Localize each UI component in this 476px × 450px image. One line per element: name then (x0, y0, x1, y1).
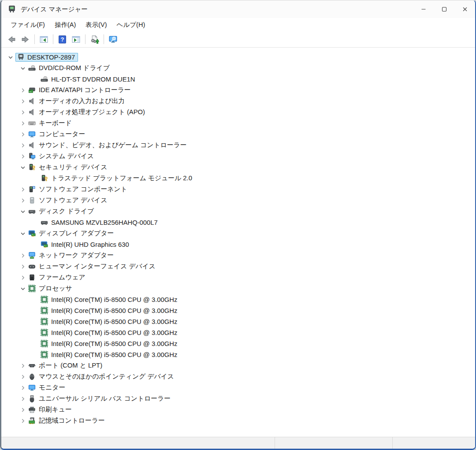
tree-item[interactable]: ヒューマン インターフェイス デバイス (1, 261, 475, 272)
tree-item[interactable]: モニター (1, 382, 475, 393)
chevron-down-icon[interactable] (19, 164, 27, 171)
tree-item[interactable]: キーボード (1, 118, 475, 129)
tree-item[interactable]: ポート (COM と LPT) (1, 360, 475, 371)
maximize-icon (442, 7, 447, 12)
tree-item[interactable]: Intel(R) Core(TM) i5-8500 CPU @ 3.00GHz (1, 294, 475, 305)
status-segment (393, 437, 475, 449)
tree-item[interactable]: 印刷キュー (1, 404, 475, 415)
firmware-icon (28, 274, 36, 282)
tree-item[interactable]: Intel(R) Core(TM) i5-8500 CPU @ 3.00GHz (1, 316, 475, 327)
minimize-button[interactable] (413, 0, 434, 18)
tree-item-label: Intel(R) Core(TM) i5-8500 CPU @ 3.00GHz (51, 340, 178, 348)
chevron-down-icon[interactable] (19, 208, 27, 215)
tree-item[interactable]: Intel(R) Core(TM) i5-8500 CPU @ 3.00GHz (1, 338, 475, 349)
tree-item[interactable]: ソフトウェア デバイス (1, 195, 475, 206)
tree-item[interactable]: 記憶域コントローラー (1, 415, 475, 426)
tree-item[interactable]: DVD/CD-ROM ドライブ (1, 63, 475, 74)
menu-item-help[interactable]: ヘルプ(H) (112, 19, 150, 31)
console-tree-icon (39, 35, 48, 44)
tree-item[interactable]: セキュリティ デバイス (1, 162, 475, 173)
chevron-right-icon[interactable] (19, 373, 27, 380)
tree-item-label: Intel(R) Core(TM) i5-8500 CPU @ 3.00GHz (51, 318, 178, 326)
chevron-right-icon[interactable] (19, 142, 27, 149)
tree-item-label: ソフトウェア コンポーネント (39, 185, 129, 194)
chevron-down-icon[interactable] (19, 65, 27, 72)
chevron-right-icon[interactable] (19, 186, 27, 193)
update-driver-button[interactable] (88, 33, 101, 45)
chevron-right-icon[interactable] (19, 98, 27, 105)
menu-item-file[interactable]: ファイル(F) (6, 19, 50, 31)
tree-item-label: Intel(R) Core(TM) i5-8500 CPU @ 3.00GHz (51, 351, 178, 359)
tree-item[interactable]: SAMSUNG MZVLB256HAHQ-000L7 (1, 217, 475, 228)
chevron-right-icon[interactable] (19, 87, 27, 94)
tree-item[interactable]: Intel(R) UHD Graphics 630 (1, 239, 475, 250)
close-button[interactable] (454, 0, 475, 18)
show-hide-action-pane-button[interactable] (69, 33, 83, 45)
tree-item[interactable]: Intel(R) Core(TM) i5-8500 CPU @ 3.00GHz (1, 327, 475, 338)
help-button[interactable]: ? (56, 33, 69, 45)
tree-item[interactable]: ソフトウェア コンポーネント (1, 184, 475, 195)
tree-item[interactable]: サウンド、ビデオ、およびゲーム コントローラー (1, 140, 475, 151)
tree-item[interactable]: オーディオの入力および出力 (1, 96, 475, 107)
tree-item[interactable]: DESKTOP-2897 (1, 52, 475, 63)
chevron-right-icon[interactable] (19, 153, 27, 160)
update-driver-icon (90, 35, 99, 44)
tree-item[interactable]: ユニバーサル シリアル バス コントローラー (1, 393, 475, 404)
chevron-right-icon[interactable] (19, 395, 27, 402)
tree-item[interactable]: オーディオ処理オブジェクト (APO) (1, 107, 475, 118)
chevron-right-icon[interactable] (19, 252, 27, 259)
selected-item-highlight: DESKTOP-2897 (15, 53, 78, 62)
tree-item[interactable]: システム デバイス (1, 151, 475, 162)
chevron-down-icon[interactable] (19, 285, 27, 292)
chevron-spacer (31, 241, 39, 248)
tree-item[interactable]: Intel(R) Core(TM) i5-8500 CPU @ 3.00GHz (1, 349, 475, 360)
chevron-right-icon[interactable] (19, 417, 27, 424)
tree-item-label: 印刷キュー (39, 405, 73, 414)
maximize-button[interactable] (434, 0, 454, 18)
tree-item[interactable]: HL-DT-ST DVDROM DUE1N (1, 74, 475, 85)
tree-item[interactable]: ネットワーク アダプター (1, 250, 475, 261)
chevron-right-icon[interactable] (19, 131, 27, 138)
tree-item[interactable]: ディスク ドライブ (1, 206, 475, 217)
chevron-right-icon[interactable] (19, 197, 27, 204)
tree-item-label: Intel(R) Core(TM) i5-8500 CPU @ 3.00GHz (51, 329, 178, 337)
tree-item[interactable]: IDE ATA/ATAPI コントローラー (1, 85, 475, 96)
scan-hardware-changes-button[interactable] (106, 33, 120, 45)
menu-item-view[interactable]: 表示(V) (81, 19, 112, 31)
chevron-right-icon[interactable] (19, 263, 27, 270)
menu-item-action[interactable]: 操作(A) (50, 19, 81, 31)
tree-item-label: ソフトウェア デバイス (39, 196, 109, 205)
device-manager-window: デバイス マネージャー ファイル(F)操作(A)表示(V)ヘルプ(H) ? DE… (0, 0, 476, 450)
back-button[interactable] (5, 33, 19, 45)
tree-item-label: ユニバーサル シリアル バス コントローラー (39, 394, 172, 403)
chevron-right-icon[interactable] (19, 362, 27, 369)
tree-item[interactable]: マウスとそのほかのポインティング デバイス (1, 371, 475, 382)
chevron-right-icon[interactable] (19, 120, 27, 127)
chevron-down-icon[interactable] (7, 54, 15, 61)
processor-icon (40, 340, 48, 348)
tree-item[interactable]: Intel(R) Core(TM) i5-8500 CPU @ 3.00GHz (1, 305, 475, 316)
tree-item[interactable]: プロセッサ (1, 283, 475, 294)
tree-item-label: DVD/CD-ROM ドライブ (39, 63, 111, 73)
processor-icon (40, 351, 48, 359)
speaker-icon (28, 108, 36, 116)
processor-icon (28, 285, 36, 293)
forward-button[interactable] (19, 33, 32, 45)
tree-item[interactable]: ファームウェア (1, 272, 475, 283)
cd-drive-icon (28, 64, 36, 72)
chevron-right-icon[interactable] (19, 384, 27, 391)
chevron-right-icon[interactable] (19, 406, 27, 413)
tree-item-label: 記憶域コントローラー (39, 416, 106, 425)
chevron-right-icon[interactable] (19, 274, 27, 281)
monitor-icon (28, 384, 36, 392)
tree-item[interactable]: トラステッド プラットフォーム モジュール 2.0 (1, 173, 475, 184)
tree-item-label: サウンド、ビデオ、およびゲーム コントローラー (39, 141, 188, 150)
tree-item-label: オーディオ処理オブジェクト (APO) (39, 108, 146, 117)
tree-item[interactable]: コンピューター (1, 129, 475, 140)
chevron-right-icon[interactable] (19, 109, 27, 116)
tree-item[interactable]: ディスプレイ アダプター (1, 228, 475, 239)
toolbar-separator (53, 34, 53, 44)
scan-hardware-icon (108, 35, 118, 44)
show-hide-console-tree-button[interactable] (37, 33, 51, 45)
chevron-down-icon[interactable] (19, 230, 27, 237)
